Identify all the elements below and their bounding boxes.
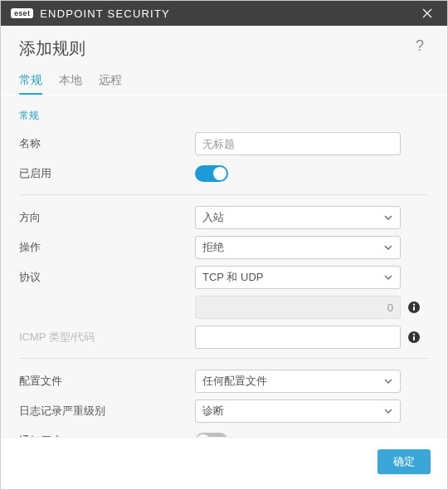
port-input: [195, 296, 401, 319]
svg-rect-5: [413, 336, 415, 341]
tab-general[interactable]: 常规: [19, 68, 42, 95]
label-action: 操作: [19, 240, 195, 255]
dialog-header: 添加规则 ?: [1, 26, 447, 63]
direction-value: 入站: [202, 210, 383, 225]
label-icmp: ICMP 类型/代码: [19, 330, 195, 345]
titlebar: eset ENDPOINT SECURITY: [1, 1, 447, 26]
toggle-knob: [213, 167, 226, 180]
svg-point-4: [413, 333, 415, 335]
footer: 确定: [1, 437, 447, 489]
tab-local[interactable]: 本地: [59, 68, 82, 95]
divider: [19, 358, 429, 359]
label-protocol: 协议: [19, 270, 195, 285]
help-button[interactable]: ?: [411, 37, 429, 55]
label-name: 名称: [19, 136, 195, 151]
brand-badge: eset: [11, 8, 33, 18]
tab-remote[interactable]: 远程: [99, 68, 122, 95]
action-select[interactable]: 拒绝: [195, 236, 401, 259]
protocol-value: TCP 和 UDP: [202, 270, 383, 285]
action-value: 拒绝: [202, 240, 383, 255]
direction-select[interactable]: 入站: [195, 206, 401, 229]
row-direction: 方向 入站: [19, 205, 429, 230]
close-icon: [422, 8, 432, 18]
chevron-down-icon: [383, 272, 393, 282]
chevron-down-icon: [383, 406, 393, 416]
brand-name: ENDPOINT SECURITY: [40, 7, 170, 20]
row-logging: 日志记录严重级别 诊断: [19, 399, 429, 424]
form-body: 常规 名称 已启用 方向 入站 操作: [1, 96, 447, 437]
section-heading-general: 常规: [19, 109, 429, 123]
page-title: 添加规则: [19, 37, 85, 60]
label-logging: 日志记录严重级别: [19, 404, 195, 419]
row-notify: 通知用户: [19, 429, 429, 437]
row-port: [19, 295, 429, 320]
close-button[interactable]: [416, 2, 439, 25]
row-action: 操作 拒绝: [19, 235, 429, 260]
profile-value: 任何配置文件: [202, 374, 383, 389]
protocol-select[interactable]: TCP 和 UDP: [195, 266, 401, 289]
ok-button[interactable]: 确定: [377, 449, 431, 474]
svg-rect-2: [413, 306, 415, 311]
info-icon[interactable]: [407, 301, 421, 314]
row-name: 名称: [19, 131, 429, 156]
notify-toggle[interactable]: [195, 433, 228, 437]
enabled-toggle[interactable]: [195, 165, 228, 182]
row-protocol: 协议 TCP 和 UDP: [19, 265, 429, 290]
row-enabled: 已启用: [19, 161, 429, 186]
chevron-down-icon: [383, 213, 393, 223]
row-icmp: ICMP 类型/代码: [19, 325, 429, 350]
tabs: 常规 本地 远程: [1, 63, 447, 96]
logging-select[interactable]: 诊断: [195, 399, 401, 423]
toggle-knob: [197, 434, 210, 437]
info-icon[interactable]: [407, 331, 421, 344]
svg-point-1: [413, 303, 415, 305]
label-enabled: 已启用: [19, 166, 195, 181]
chevron-down-icon: [383, 376, 393, 386]
row-profile: 配置文件 任何配置文件: [19, 369, 429, 394]
icmp-input: [195, 326, 401, 349]
logging-value: 诊断: [202, 404, 383, 419]
name-input[interactable]: [195, 132, 401, 155]
profile-select[interactable]: 任何配置文件: [195, 370, 401, 393]
label-profile: 配置文件: [19, 374, 195, 389]
divider: [19, 194, 429, 195]
chevron-down-icon: [383, 243, 393, 252]
label-direction: 方向: [19, 210, 195, 225]
